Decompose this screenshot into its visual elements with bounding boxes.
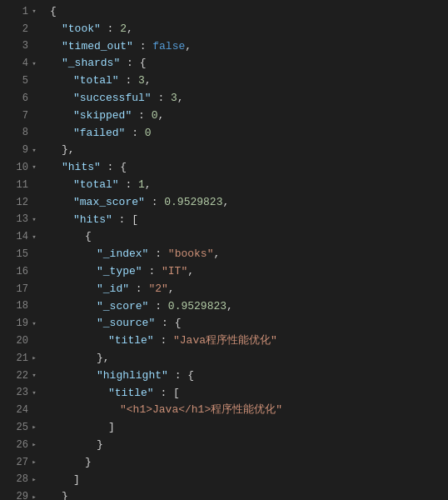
gutter-row: 10▾	[0, 159, 42, 177]
token-bracket: ]	[108, 419, 115, 437]
token-punct: ,	[145, 177, 152, 194]
token-key: "_shards"	[62, 55, 120, 72]
line-number: 27	[13, 455, 28, 471]
code-line: ]	[50, 419, 448, 437]
token-punct: :	[154, 385, 173, 402]
token-string: "IT"	[162, 263, 187, 281]
line-number: 9	[13, 142, 28, 158]
fold-indicator[interactable]: ▾	[30, 232, 38, 243]
token-key: "_source"	[97, 315, 155, 332]
code-line: {	[50, 228, 448, 246]
gutter-row: 14▾	[0, 228, 42, 246]
fold-indicator[interactable]: ▾	[30, 145, 38, 157]
fold-indicator[interactable]: ▾	[30, 162, 38, 173]
token-brace: }	[85, 454, 92, 472]
line-number: 19	[13, 316, 28, 332]
token-punct: ,	[177, 90, 184, 108]
gutter-row: 1▾	[0, 3, 42, 21]
line-number: 15	[13, 247, 28, 262]
fold-indicator[interactable]: ▸	[30, 474, 38, 486]
line-number: 29	[13, 489, 28, 500]
token-punct: ,	[127, 21, 133, 38]
line-number: 1	[13, 4, 28, 20]
line-number: 12	[13, 195, 28, 211]
code-line: "total" : 3,	[50, 72, 448, 90]
token-brace: {	[175, 315, 182, 332]
gutter-row: 21▸	[0, 350, 42, 368]
gutter-row: 19▾	[0, 315, 42, 332]
line-number: 22	[13, 368, 28, 384]
fold-indicator[interactable]: ▸	[30, 439, 38, 451]
fold-indicator[interactable]: ▾	[30, 58, 38, 70]
line-number: 21	[13, 351, 28, 367]
gutter-row: 22▾	[0, 368, 42, 385]
line-number: 10	[13, 160, 28, 176]
fold-indicator[interactable]: ▸	[30, 352, 38, 364]
fold-indicator[interactable]: ▾	[30, 388, 38, 399]
line-number: 28	[13, 472, 28, 488]
code-line: "_source" : {	[50, 315, 448, 332]
token-bool: false	[152, 38, 185, 56]
token-number: 0.9529823	[168, 298, 226, 316]
token-key: "_score"	[97, 298, 148, 316]
fold-indicator[interactable]: ▾	[30, 370, 38, 382]
token-number: 0	[152, 108, 158, 125]
gutter-row: 24	[0, 402, 42, 419]
code-line: }	[50, 488, 448, 500]
code-line: "took" : 2,	[50, 21, 448, 38]
fold-indicator[interactable]: ▾	[30, 214, 38, 226]
line-number: 23	[13, 385, 28, 401]
code-line: "title" : "Java程序性能优化"	[50, 332, 448, 350]
token-punct: ,	[145, 72, 152, 90]
fold-indicator[interactable]: ▸	[30, 457, 38, 468]
token-key: "hits"	[62, 159, 101, 177]
token-brace: },	[97, 350, 110, 368]
gutter-row: 8	[0, 125, 42, 142]
token-punct: :	[152, 90, 171, 108]
token-string: "books"	[168, 246, 214, 263]
token-key: "took"	[62, 21, 101, 38]
token-key: "highlight"	[97, 368, 168, 385]
code-line: "hits" : [	[50, 212, 448, 229]
fold-indicator[interactable]: ▾	[30, 318, 38, 330]
gutter-row: 25▸	[0, 419, 42, 437]
token-key: "hits"	[73, 212, 112, 229]
code-line: "_id" : "2",	[50, 281, 448, 298]
line-number: 8	[13, 125, 28, 141]
token-key: "skipped"	[73, 108, 132, 125]
token-key: "successful"	[73, 90, 152, 108]
line-number: 13	[13, 212, 28, 228]
token-punct: :	[142, 263, 162, 281]
code-line: }	[50, 437, 448, 454]
gutter-row: 18	[0, 298, 42, 316]
token-punct: :	[168, 368, 187, 385]
fold-indicator[interactable]: ▸	[30, 422, 38, 433]
token-punct: ,	[157, 108, 164, 125]
gutter-row: 26▸	[0, 437, 42, 454]
line-gutter: 1▾234▾56789▾10▾111213▾14▾1516171819▾2021…	[0, 0, 42, 500]
fold-indicator[interactable]: ▸	[30, 492, 38, 500]
gutter-row: 13▾	[0, 212, 42, 229]
token-brace: }	[62, 488, 68, 500]
token-number: 3	[171, 90, 177, 108]
token-brace: {	[120, 159, 127, 177]
code-line: "_type" : "IT",	[50, 263, 448, 281]
gutter-row: 4▾	[0, 55, 42, 72]
token-brace: {	[187, 368, 194, 385]
token-punct: :	[101, 159, 120, 177]
token-punct: :	[120, 55, 139, 72]
line-number: 3	[13, 38, 28, 54]
token-punct: :	[145, 194, 164, 212]
fold-indicator[interactable]: ▾	[30, 6, 38, 18]
gutter-row: 11	[0, 177, 42, 194]
line-number: 25	[13, 420, 28, 436]
line-number: 20	[13, 333, 28, 349]
token-brace: {	[85, 228, 92, 246]
code-line: ]	[50, 472, 448, 489]
token-punct: :	[125, 125, 144, 142]
code-line: {	[50, 3, 448, 21]
code-line: "title" : [	[50, 385, 448, 402]
line-number: 4	[13, 56, 28, 72]
token-key: "max_score"	[73, 194, 145, 212]
gutter-row: 23▾	[0, 385, 42, 402]
